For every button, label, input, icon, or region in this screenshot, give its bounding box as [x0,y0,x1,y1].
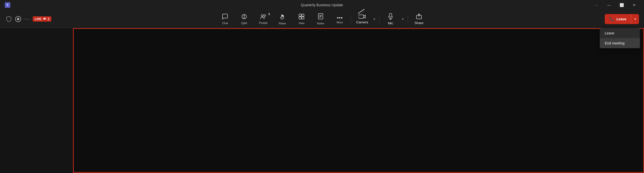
toolbar-separator-2 [379,15,380,23]
mic-icon [388,13,393,20]
main-content [0,28,644,173]
view-label: View [299,22,305,25]
view-icon [299,14,305,21]
phone-icon: 📞 [609,17,614,21]
svg-rect-7 [302,14,304,16]
title-bar: T Quarterly Business Update ··· — ⬜ ✕ [0,0,644,10]
leave-dropdown-menu: Leave End meeting [600,28,640,48]
toolbar: --:-- LIVE 👁 2 Chat Q&A [0,10,644,28]
chat-icon [222,14,228,21]
leave-button[interactable]: 📞 Leave [605,14,631,24]
svg-rect-6 [299,14,301,16]
svg-text:T: T [7,3,9,7]
window-title: Quarterly Business Update [301,3,343,7]
svg-rect-8 [299,17,301,19]
raise-button[interactable]: Raise [273,12,292,27]
title-bar-left: T [4,2,11,9]
svg-point-2 [242,14,247,19]
record-dot-inner [17,18,19,20]
qa-button[interactable]: Q&A [235,12,253,27]
more-options-button[interactable]: More [331,12,349,27]
people-count: 3 [268,13,270,16]
people-icon [260,14,267,20]
toolbar-left: --:-- LIVE 👁 2 [5,15,51,23]
svg-point-15 [339,17,340,18]
qa-label: Q&A [241,22,247,25]
camera-chevron-button[interactable]: ▾ [371,12,377,27]
svg-point-5 [264,15,266,16]
maximize-button[interactable]: ⬜ [616,1,627,9]
svg-point-4 [261,15,263,17]
live-eye-icon: 👁 [43,17,46,21]
teams-logo: T [4,2,11,9]
share-icon [416,13,422,20]
svg-point-3 [244,15,245,16]
close-button[interactable]: ✕ [628,1,640,9]
more-label: More [337,21,343,24]
video-area [73,28,644,173]
leave-section: 📞 Leave ▾ [605,14,639,24]
mic-chevron-button[interactable]: ▾ [400,12,406,27]
chat-button[interactable]: Chat [216,12,234,27]
notes-label: Notes [317,22,324,25]
svg-rect-9 [302,17,304,19]
chat-label: Chat [222,22,228,25]
toolbar-center: Chat Q&A 3 People [216,12,428,27]
notes-icon [318,13,324,21]
svg-rect-17 [389,13,392,17]
leave-menu-item[interactable]: Leave [600,28,640,38]
raise-icon [280,13,285,21]
qa-icon [241,14,247,21]
video-feed [74,29,643,172]
left-panel [0,28,73,173]
minimize-button[interactable]: — [603,1,615,9]
leave-group: 📞 Leave ▾ [605,14,639,24]
share-button[interactable]: Share [410,12,428,27]
leave-dropdown-button[interactable]: ▾ [631,14,639,24]
svg-point-16 [341,17,342,18]
raise-label: Raise [279,22,286,25]
people-button[interactable]: 3 People [254,12,272,27]
title-bar-right: ··· — ⬜ ✕ [591,1,640,9]
camera-off-icon [359,14,366,19]
people-label: People [259,21,267,24]
camera-button[interactable]: Camera [353,12,371,27]
toolbar-separator [351,15,351,23]
toolbar-separator-3 [408,15,408,23]
camera-group: Camera ▾ [353,12,377,27]
view-button[interactable]: View [293,12,311,27]
live-viewers-count: 2 [48,17,50,21]
mic-label: Mic [388,21,393,25]
share-label: Share [415,21,424,25]
notes-button[interactable]: Notes [312,12,330,27]
end-meeting-menu-item[interactable]: End meeting [600,38,640,48]
camera-label: Camera [356,20,368,24]
mic-group: Mic ▾ [382,12,406,27]
mic-button[interactable]: Mic [382,12,400,27]
record-button[interactable] [15,16,21,22]
more-icon [337,14,343,20]
more-button[interactable]: ··· [591,1,602,9]
shield-icon [5,15,13,23]
live-badge: LIVE 👁 2 [33,16,51,22]
svg-point-14 [337,17,338,18]
timer-display: --:-- [24,17,30,21]
